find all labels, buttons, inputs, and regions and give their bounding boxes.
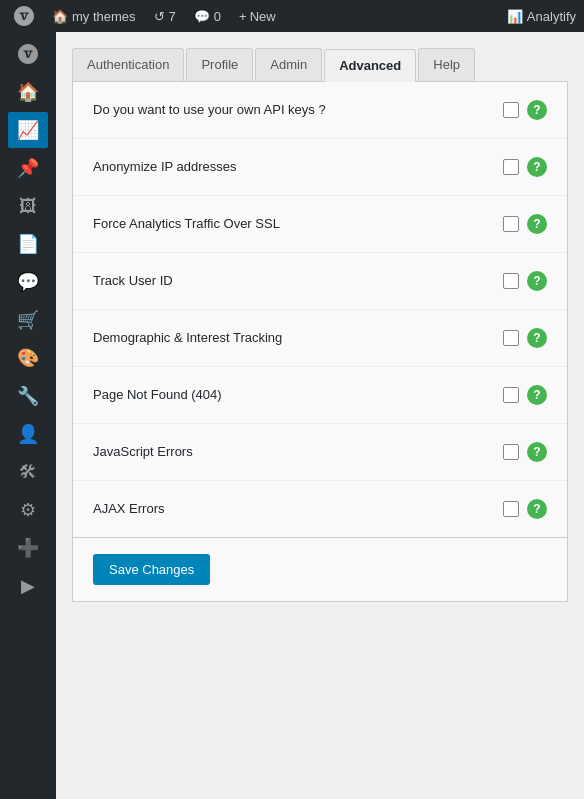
sidebar-item-expand[interactable]: ➕ bbox=[8, 530, 48, 566]
tab-admin[interactable]: Admin bbox=[255, 48, 322, 81]
setting-row-page-not-found: Page Not Found (404)? bbox=[73, 367, 567, 424]
setting-row-demographic: Demographic & Interest Tracking? bbox=[73, 310, 567, 367]
sidebar-item-settings[interactable]: ⚙ bbox=[8, 492, 48, 528]
setting-controls-demographic: ? bbox=[503, 328, 547, 348]
tab-profile[interactable]: Profile bbox=[186, 48, 253, 81]
comments-count: 0 bbox=[214, 9, 221, 24]
help-icon-ajax-errors[interactable]: ? bbox=[527, 499, 547, 519]
help-icon-js-errors[interactable]: ? bbox=[527, 442, 547, 462]
wp-sidebar-icon bbox=[18, 44, 38, 64]
analytify-button[interactable]: 📊 Analytify bbox=[507, 9, 576, 24]
comments-button[interactable]: 💬 0 bbox=[188, 0, 227, 32]
help-icon-force-ssl[interactable]: ? bbox=[527, 214, 547, 234]
setting-controls-force-ssl: ? bbox=[503, 214, 547, 234]
setting-label-js-errors: JavaScript Errors bbox=[93, 443, 491, 461]
setting-controls-ajax-errors: ? bbox=[503, 499, 547, 519]
setting-checkbox-demographic[interactable] bbox=[503, 330, 519, 346]
help-icon-anonymize-ip[interactable]: ? bbox=[527, 157, 547, 177]
sidebar-item-plugins[interactable]: 🔧 bbox=[8, 378, 48, 414]
sidebar-item-woo[interactable]: 🛒 bbox=[8, 302, 48, 338]
main-content: Authentication Profile Admin Advanced He… bbox=[56, 32, 584, 799]
sidebar-item-users[interactable]: 👤 bbox=[8, 416, 48, 452]
wp-logo-button[interactable] bbox=[8, 0, 40, 32]
tab-authentication[interactable]: Authentication bbox=[72, 48, 184, 81]
revisions-icon: ↺ bbox=[154, 9, 165, 24]
sidebar-item-tools[interactable]: 🛠 bbox=[8, 454, 48, 490]
setting-label-page-not-found: Page Not Found (404) bbox=[93, 386, 491, 404]
setting-row-anonymize-ip: Anonymize IP addresses? bbox=[73, 139, 567, 196]
new-label: New bbox=[250, 9, 276, 24]
help-icon-demographic[interactable]: ? bbox=[527, 328, 547, 348]
sidebar-item-analytics[interactable]: 📈 bbox=[8, 112, 48, 148]
setting-checkbox-js-errors[interactable] bbox=[503, 444, 519, 460]
setting-label-anonymize-ip: Anonymize IP addresses bbox=[93, 158, 491, 176]
home-icon: 🏠 bbox=[52, 9, 68, 24]
save-button-wrapper: Save Changes bbox=[72, 538, 568, 602]
comments-icon: 💬 bbox=[194, 9, 210, 24]
admin-bar: 🏠 my themes ↺ 7 💬 0 + New 📊 Analytify bbox=[0, 0, 584, 32]
help-icon-page-not-found[interactable]: ? bbox=[527, 385, 547, 405]
help-icon-track-user-id[interactable]: ? bbox=[527, 271, 547, 291]
setting-controls-page-not-found: ? bbox=[503, 385, 547, 405]
site-name-button[interactable]: 🏠 my themes bbox=[46, 0, 142, 32]
tab-advanced[interactable]: Advanced bbox=[324, 49, 416, 82]
setting-row-ajax-errors: AJAX Errors? bbox=[73, 481, 567, 537]
sidebar-item-wp[interactable] bbox=[8, 36, 48, 72]
sidebar-item-pages[interactable]: 📄 bbox=[8, 226, 48, 262]
save-changes-button[interactable]: Save Changes bbox=[93, 554, 210, 585]
setting-controls-js-errors: ? bbox=[503, 442, 547, 462]
revisions-button[interactable]: ↺ 7 bbox=[148, 0, 182, 32]
setting-row-force-ssl: Force Analytics Traffic Over SSL? bbox=[73, 196, 567, 253]
plus-icon: + bbox=[239, 9, 247, 24]
setting-checkbox-force-ssl[interactable] bbox=[503, 216, 519, 232]
setting-checkbox-api-keys[interactable] bbox=[503, 102, 519, 118]
tab-bar: Authentication Profile Admin Advanced He… bbox=[72, 48, 568, 82]
sidebar-item-home[interactable]: 🏠 bbox=[8, 74, 48, 110]
analytify-label: Analytify bbox=[527, 9, 576, 24]
setting-controls-api-keys: ? bbox=[503, 100, 547, 120]
setting-label-track-user-id: Track User ID bbox=[93, 272, 491, 290]
setting-label-ajax-errors: AJAX Errors bbox=[93, 500, 491, 518]
setting-label-api-keys: Do you want to use your own API keys ? bbox=[93, 101, 491, 119]
help-icon-api-keys[interactable]: ? bbox=[527, 100, 547, 120]
wp-logo-icon bbox=[14, 6, 34, 26]
setting-label-force-ssl: Force Analytics Traffic Over SSL bbox=[93, 215, 491, 233]
sidebar: 🏠 📈 📌 🖼 📄 💬 🛒 🎨 🔧 👤 🛠 ⚙ ➕ ▶ bbox=[0, 32, 56, 799]
site-name-label: my themes bbox=[72, 9, 136, 24]
setting-row-track-user-id: Track User ID? bbox=[73, 253, 567, 310]
setting-row-api-keys: Do you want to use your own API keys ?? bbox=[73, 82, 567, 139]
setting-controls-track-user-id: ? bbox=[503, 271, 547, 291]
sidebar-item-posts[interactable]: 📌 bbox=[8, 150, 48, 186]
settings-panel: Do you want to use your own API keys ??A… bbox=[72, 82, 568, 538]
sidebar-item-appearance[interactable]: 🎨 bbox=[8, 340, 48, 376]
setting-checkbox-track-user-id[interactable] bbox=[503, 273, 519, 289]
sidebar-item-comments[interactable]: 💬 bbox=[8, 264, 48, 300]
new-content-button[interactable]: + New bbox=[233, 9, 282, 24]
analytify-icon: 📊 bbox=[507, 9, 523, 24]
setting-controls-anonymize-ip: ? bbox=[503, 157, 547, 177]
setting-label-demographic: Demographic & Interest Tracking bbox=[93, 329, 491, 347]
setting-row-js-errors: JavaScript Errors? bbox=[73, 424, 567, 481]
setting-checkbox-page-not-found[interactable] bbox=[503, 387, 519, 403]
setting-checkbox-anonymize-ip[interactable] bbox=[503, 159, 519, 175]
revisions-count: 7 bbox=[169, 9, 176, 24]
sidebar-item-play[interactable]: ▶ bbox=[8, 568, 48, 604]
setting-checkbox-ajax-errors[interactable] bbox=[503, 501, 519, 517]
sidebar-item-media[interactable]: 🖼 bbox=[8, 188, 48, 224]
tab-help[interactable]: Help bbox=[418, 48, 475, 81]
